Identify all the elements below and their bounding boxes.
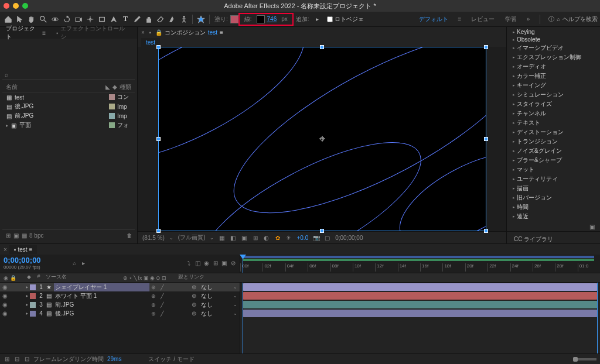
graph-editor-icon[interactable]: ⊞ [212, 260, 219, 266]
close-tab-icon[interactable]: × [141, 29, 145, 36]
label-swatch[interactable] [109, 113, 115, 119]
effect-group[interactable]: キーイング [507, 81, 600, 90]
guides-icon[interactable]: ⊞ [252, 235, 258, 241]
layer-row[interactable]: ◉ ▸ 2 ▤ ホワイト 平面 1 ⊕ ╱ ⊚ なし ⌄ [0, 291, 240, 300]
brush-tool-icon[interactable] [132, 14, 142, 25]
effect-group[interactable]: Obsolete [507, 36, 600, 43]
col-number[interactable]: # [34, 273, 43, 282]
frame-blend-icon[interactable]: ◫ [195, 260, 201, 266]
rotobezier-checkbox[interactable]: ロトベジェ [327, 15, 364, 23]
channel-icon[interactable]: ◐ [263, 235, 270, 241]
effect-group[interactable]: イマーシブビデオ [507, 43, 600, 53]
color-mgmt-icon[interactable]: ✿ [274, 235, 281, 241]
visibility-toggle[interactable]: ◉ [2, 301, 8, 308]
end-marker[interactable] [597, 283, 598, 353]
layer-name[interactable]: ホワイト 平面 1 [54, 292, 149, 300]
layer-label-swatch[interactable] [30, 284, 36, 290]
toggle-switches-icon[interactable]: ⊞ [4, 356, 10, 362]
playhead[interactable] [243, 255, 243, 273]
viewport[interactable] [138, 47, 506, 231]
parent-pickwhip-icon[interactable]: ⊚ [190, 284, 197, 290]
handle-se[interactable] [484, 229, 488, 233]
comp-name-link[interactable]: test [208, 29, 217, 36]
layer-name[interactable]: 前.JPG [54, 301, 149, 309]
exposure-value[interactable]: +0.0 [296, 235, 308, 241]
workspace-review[interactable]: レビュー [469, 15, 497, 23]
expand-arrow-icon[interactable]: ▸ [26, 311, 28, 316]
resolution-dropdown[interactable]: (フル画質) [178, 233, 206, 242]
label-col-icon[interactable]: ◆ [26, 273, 32, 280]
layer-label-swatch[interactable] [30, 311, 36, 317]
orbit-tool-icon[interactable] [50, 14, 60, 25]
snapshot-icon[interactable]: 📷 [313, 235, 319, 241]
effect-group[interactable]: チャンネル [507, 109, 600, 118]
label-swatch[interactable] [109, 122, 115, 128]
folder-new-icon[interactable]: ▣ [13, 232, 19, 239]
type-tool-icon[interactable]: T [120, 14, 131, 25]
project-item[interactable]: ▦ test コン [2, 92, 135, 102]
col-source[interactable]: ソース名 [43, 273, 114, 282]
render-icon[interactable]: ⊘ [230, 260, 236, 266]
layer-switches[interactable]: ⊕ ╱ [151, 302, 189, 308]
workspace-menu-icon[interactable]: ≡ [456, 16, 463, 22]
shy-icon[interactable]: ⤵ [186, 260, 192, 266]
interpret-icon[interactable]: ⊞ [5, 232, 11, 239]
layer-switches[interactable]: ⊕ ╱ [151, 311, 189, 317]
layer-label-swatch[interactable] [30, 293, 36, 299]
puppet-tool-icon[interactable] [179, 14, 189, 25]
expand-arrow-icon[interactable]: ▸ [26, 302, 28, 307]
region-icon[interactable]: ▣ [241, 235, 247, 241]
toggle-in-out-icon[interactable]: ⊡ [23, 356, 30, 362]
layer-row[interactable]: ◉ ▸ 4 ▤ 後.JPG ⊕ ╱ ⊚ なし ⌄ [0, 309, 240, 318]
roto-tool-icon[interactable] [167, 14, 178, 25]
effect-group[interactable]: 遠近 [507, 212, 600, 221]
effect-group[interactable]: テキスト [507, 118, 600, 128]
playhead-line[interactable] [243, 283, 243, 353]
layer-track[interactable] [243, 310, 598, 317]
project-item[interactable]: ▤ 後.JPG Imp [2, 102, 135, 111]
col-name[interactable]: 名前 [6, 83, 105, 91]
parent-pickwhip-icon[interactable]: ⊚ [190, 301, 197, 308]
handle-e[interactable] [484, 137, 488, 141]
label-icon[interactable]: ◆ [112, 84, 117, 90]
tag-icon[interactable]: ◣ [105, 84, 110, 90]
workspace-more-icon[interactable]: » [525, 16, 531, 22]
parent-dropdown[interactable]: なし [199, 310, 231, 318]
layer-switches[interactable]: ⊕ ╱ [151, 284, 189, 290]
trash-icon[interactable]: 🗑 [126, 232, 132, 239]
current-timecode[interactable]: 0;00;00;00 [4, 256, 41, 265]
effect-group[interactable]: オーディオ [507, 62, 600, 71]
handle-ne[interactable] [484, 45, 488, 49]
search-icon[interactable]: ⌕ [71, 260, 78, 266]
preview-time[interactable]: 0;00;00;00 [335, 235, 363, 241]
lock-icon[interactable]: 🔒 [156, 29, 162, 36]
rotate-tool-icon[interactable] [62, 14, 72, 25]
parent-dropdown[interactable]: なし [199, 292, 231, 300]
project-item[interactable]: ▸ ▣ 平面 フォ [2, 121, 135, 130]
effect-group[interactable]: トランジション [507, 137, 600, 146]
zoom-slider[interactable] [573, 358, 596, 360]
effect-group[interactable]: カラー補正 [507, 71, 600, 81]
toggle-modes-icon[interactable]: ⊟ [13, 356, 20, 362]
expand-arrow-icon[interactable]: ▸ [26, 284, 28, 290]
effect-group[interactable]: Keying [507, 28, 600, 36]
camera-tool-icon[interactable] [73, 14, 84, 25]
comp-new-icon[interactable]: ▦ [21, 232, 28, 239]
effect-group[interactable]: ディストーション [507, 128, 600, 137]
mask-icon[interactable]: ◧ [230, 235, 236, 241]
layer-switches[interactable]: ⊕ ╱ [151, 293, 189, 299]
layer-track[interactable] [243, 283, 598, 291]
effect-group[interactable]: シミュレーション [507, 90, 600, 99]
time-ruler[interactable]: 00f02f04f06f08f10f12f14f16f18f20f22f24f2… [240, 255, 600, 273]
eraser-tool-icon[interactable] [155, 14, 166, 25]
expand-arrow-icon[interactable]: ▸ [26, 293, 28, 298]
expand-arrow-icon[interactable]: ▸ [6, 123, 8, 128]
effect-group[interactable]: 描画 [507, 184, 600, 193]
work-area-bar[interactable] [243, 256, 594, 258]
effect-group[interactable]: スタイライズ [507, 99, 600, 109]
label-swatch[interactable] [109, 94, 115, 100]
handle-s[interactable] [320, 229, 324, 233]
timeline-tab[interactable]: ▪ test ≡ [9, 245, 38, 254]
new-bin-icon[interactable]: ▣ [589, 224, 595, 230]
av-col-icon[interactable]: ◉ [2, 274, 9, 281]
